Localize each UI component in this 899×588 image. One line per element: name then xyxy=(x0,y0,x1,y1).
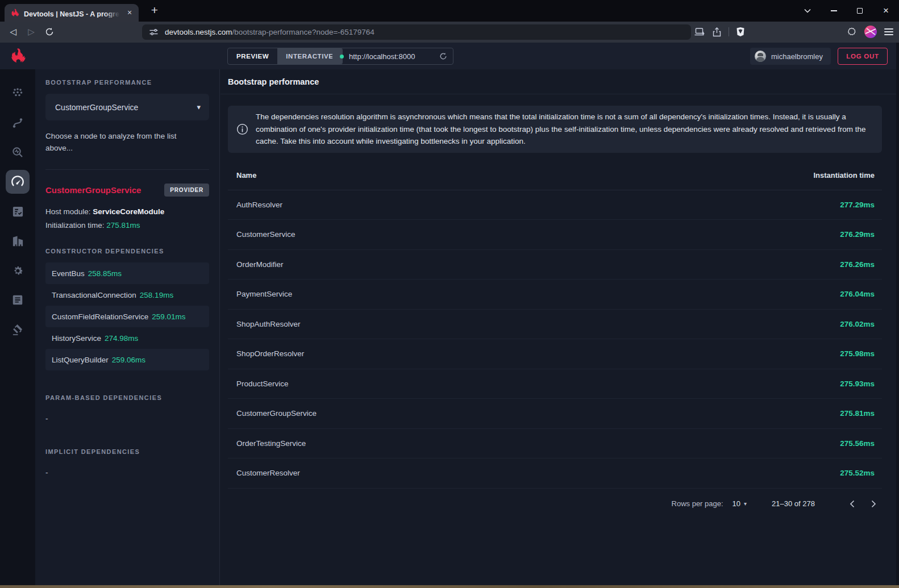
sidebar-item-routes[interactable] xyxy=(6,111,30,135)
browser-toolbar: ◁ ▷ devtools.nestjs.com/bootstrap-perfor… xyxy=(0,22,899,43)
param-deps-title: PARAM-BASED DEPENDENCIES xyxy=(45,394,209,401)
dependency-item[interactable]: CustomFieldRelationService 259.01ms xyxy=(45,306,209,327)
page-title: Bootstrap performance xyxy=(228,77,319,86)
table-row[interactable]: PaymentService 276.04ms xyxy=(228,280,882,310)
row-time: 275.52ms xyxy=(840,469,875,477)
routes-icon xyxy=(11,116,24,130)
document-lines-icon xyxy=(11,294,24,306)
browser-menu-icon[interactable] xyxy=(884,28,893,35)
dependency-name: ListQueryBuilder xyxy=(52,356,109,364)
sidebar-item-modules[interactable] xyxy=(6,229,30,253)
init-time-label: Initialization time: xyxy=(45,221,106,230)
url-path: /bootstrap-performance?node=-65179764 xyxy=(232,28,374,36)
dependency-time: 259.01ms xyxy=(152,312,185,321)
panel-title: BOOTSTRAP PERFORMANCE xyxy=(45,79,209,86)
dependency-name: HistoryService xyxy=(52,334,101,343)
table-row[interactable]: ProductService 275.93ms xyxy=(228,369,882,399)
dependency-item[interactable]: TransactionalConnection 258.19ms xyxy=(45,284,209,306)
row-name: CustomerService xyxy=(236,230,295,239)
tab-title-wrap: Devtools | NestJS - A progressive xyxy=(24,9,120,18)
row-time: 276.02ms xyxy=(840,320,875,328)
table-row[interactable]: OrderTestingService 275.56ms xyxy=(228,429,882,459)
refresh-button[interactable] xyxy=(41,23,58,40)
dependency-item[interactable]: HistoryService 274.98ms xyxy=(45,327,209,349)
table-row[interactable]: CustomerGroupService 275.81ms xyxy=(228,399,882,429)
sidebar-item-audits[interactable] xyxy=(6,199,30,223)
user-chip[interactable]: michaelbromley xyxy=(750,48,831,65)
table-header: Name Instantiation time xyxy=(228,161,882,190)
sidebar-item-graph[interactable] xyxy=(6,81,30,105)
minimize-icon xyxy=(831,10,837,11)
url-bar[interactable]: devtools.nestjs.com/bootstrap-performanc… xyxy=(142,24,691,40)
site-settings-icon[interactable] xyxy=(149,27,159,37)
table-row[interactable]: OrderModifier 276.26ms xyxy=(228,250,882,280)
url-domain: devtools.nestjs.com xyxy=(165,28,232,36)
brave-shield-icon[interactable] xyxy=(736,27,745,37)
chevron-down-icon: ▾ xyxy=(744,501,747,507)
logout-button[interactable]: LOG OUT xyxy=(838,48,888,65)
dependency-name: CustomFieldRelationService xyxy=(52,312,148,321)
info-text: The dependencies resolution algorithm is… xyxy=(256,111,871,148)
sidebar-item-bootstrap-performance[interactable] xyxy=(6,170,30,194)
rows-per-page-select[interactable]: 10 ▾ xyxy=(732,499,747,508)
dependency-time: 259.06ms xyxy=(112,356,145,364)
new-tab-button[interactable]: + xyxy=(147,3,163,19)
panel-hint: Choose a node to analyze from the list a… xyxy=(45,130,188,154)
app-sidebar xyxy=(0,69,35,585)
target-refresh-icon[interactable] xyxy=(439,52,447,60)
table-row[interactable]: ShopAuthResolver 276.02ms xyxy=(228,310,882,340)
share-icon[interactable] xyxy=(712,27,722,37)
row-time: 275.56ms xyxy=(840,439,875,448)
window-minimize-button[interactable] xyxy=(821,0,847,22)
dependency-item[interactable]: EventBus 258.85ms xyxy=(45,262,209,284)
nestjs-logo[interactable] xyxy=(0,43,35,69)
send-to-device-icon[interactable] xyxy=(694,27,705,36)
previous-page-button[interactable] xyxy=(843,495,860,512)
desktop-edge-strip xyxy=(0,585,899,588)
panel-divider xyxy=(45,169,209,170)
table-pagination: Rows per page: 10 ▾ 21–30 of 278 xyxy=(228,489,882,519)
column-instantiation-time: Instantiation time xyxy=(813,171,875,180)
table-row[interactable]: CustomerResolver 275.52ms xyxy=(228,458,882,489)
browser-tab[interactable]: Devtools | NestJS - A progressive × xyxy=(5,4,139,22)
host-module-value: ServiceCoreModule xyxy=(93,207,164,216)
rows-per-page-label: Rows per page: xyxy=(672,499,723,508)
tab-title-fade xyxy=(104,9,120,18)
window-maximize-button[interactable] xyxy=(847,0,873,22)
tab-close-icon[interactable]: × xyxy=(124,8,135,18)
table-row[interactable]: AuthResolver 277.29ms xyxy=(228,190,882,220)
tab-search-icon[interactable] xyxy=(794,0,821,22)
back-button[interactable]: ◁ xyxy=(5,23,22,40)
init-time-value: 275.81ms xyxy=(106,221,140,230)
table-body: AuthResolver 277.29ms CustomerService 27… xyxy=(228,190,882,489)
toolbar-divider xyxy=(729,27,729,36)
browser-profile-avatar[interactable] xyxy=(864,26,877,38)
node-select[interactable]: CustomerGroupService ▾ xyxy=(45,94,209,120)
info-icon xyxy=(236,123,248,135)
sidebar-item-tools[interactable] xyxy=(6,318,30,341)
toolbar-right-icons xyxy=(847,23,893,40)
url-text: devtools.nestjs.com/bootstrap-performanc… xyxy=(165,28,374,36)
provider-badge: PROVIDER xyxy=(164,184,209,197)
row-name: ProductService xyxy=(236,380,289,388)
forward-button: ▷ xyxy=(23,23,40,40)
row-time: 276.26ms xyxy=(840,260,875,269)
sidebar-item-logs[interactable] xyxy=(6,288,30,312)
sidebar-item-inspect[interactable] xyxy=(6,140,30,164)
sidebar-item-settings[interactable] xyxy=(6,258,30,282)
extensions-icon[interactable] xyxy=(847,27,857,37)
selected-node-header: CustomerGroupService PROVIDER xyxy=(45,184,209,197)
table-row[interactable]: ShopOrderResolver 275.98ms xyxy=(228,339,882,369)
graph-dots-icon xyxy=(11,86,24,100)
browser-tab-strip: Devtools | NestJS - A progressive × + × xyxy=(0,0,899,22)
next-page-button[interactable] xyxy=(865,495,882,512)
table-row[interactable]: CustomerService 276.29ms xyxy=(228,220,882,250)
init-time-row: Initialization time: 275.81ms xyxy=(45,219,209,232)
dependency-item[interactable]: ListQueryBuilder 259.06ms xyxy=(45,349,209,370)
tab-preview[interactable]: PREVIEW xyxy=(228,48,277,64)
implicit-deps-title: IMPLICIT DEPENDENCIES xyxy=(45,448,209,455)
dependency-time: 258.19ms xyxy=(140,291,173,299)
window-close-button[interactable]: × xyxy=(873,0,899,22)
target-url: http://localhost:8000 xyxy=(349,52,434,61)
column-name: Name xyxy=(236,171,256,180)
